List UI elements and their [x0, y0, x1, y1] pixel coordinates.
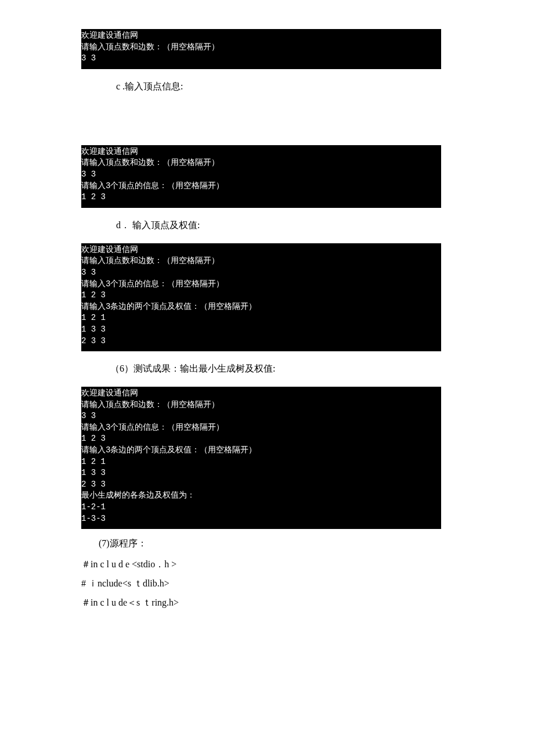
terminal-output-1: 欢迎建设通信网 请输入顶点数和边数：（用空格隔开） 3 3	[81, 29, 441, 69]
terminal-output-3: 欢迎建设通信网 请输入顶点数和边数：（用空格隔开） 3 3 请输入3个顶点的信息…	[81, 243, 441, 351]
code-line-1: ＃in c l u d e <stdio．h >	[81, 559, 441, 571]
code-line-3: ＃in c l u de＜s ｔring.h>	[81, 597, 441, 609]
terminal-output-2: 欢迎建设通信网 请输入顶点数和边数：（用空格隔开） 3 3 请输入3个顶点的信息…	[81, 145, 441, 208]
code-line-2: # ｉnclude<s ｔdlib.h>	[81, 578, 441, 590]
caption-6: （6）测试成果：输出最小生成树及权值:	[110, 363, 441, 375]
label-7: (7)源程序：	[99, 538, 441, 550]
spacer	[81, 105, 441, 139]
terminal-output-4: 欢迎建设通信网 请输入顶点数和边数：（用空格隔开） 3 3 请输入3个顶点的信息…	[81, 387, 441, 529]
caption-d: d． 输入顶点及权值:	[116, 219, 441, 232]
caption-c: c .输入顶点信息:	[116, 81, 441, 93]
